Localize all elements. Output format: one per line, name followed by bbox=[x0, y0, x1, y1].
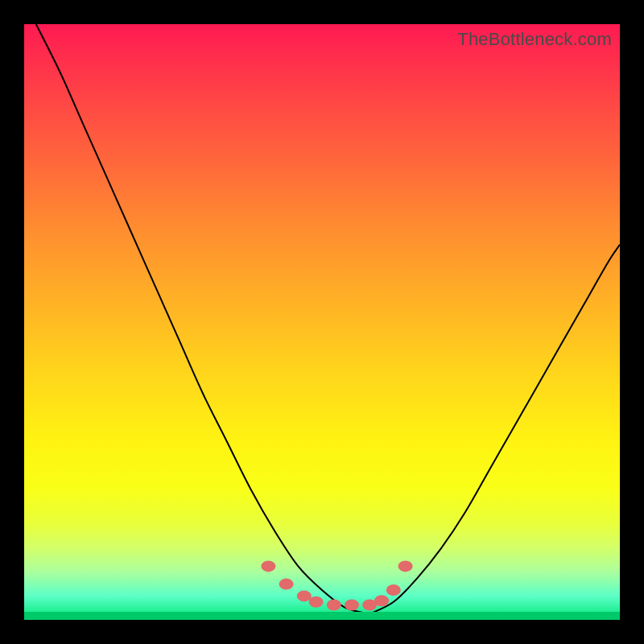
data-marker bbox=[398, 560, 413, 572]
data-marker bbox=[279, 579, 294, 590]
data-marker bbox=[386, 584, 401, 596]
data-marker bbox=[345, 600, 359, 611]
bottom-green-band bbox=[24, 612, 620, 620]
data-marker bbox=[309, 597, 324, 608]
data-marker bbox=[261, 560, 275, 572]
chart-plot-area: TheBottleneck.com bbox=[24, 24, 620, 620]
data-marker bbox=[297, 590, 312, 601]
chart-frame: TheBottleneck.com bbox=[0, 0, 644, 644]
data-marker bbox=[374, 595, 389, 606]
marker-group bbox=[261, 560, 412, 610]
data-marker bbox=[327, 600, 341, 611]
curve-right bbox=[369, 245, 620, 614]
curve-left bbox=[36, 24, 369, 614]
chart-svg bbox=[24, 24, 620, 620]
